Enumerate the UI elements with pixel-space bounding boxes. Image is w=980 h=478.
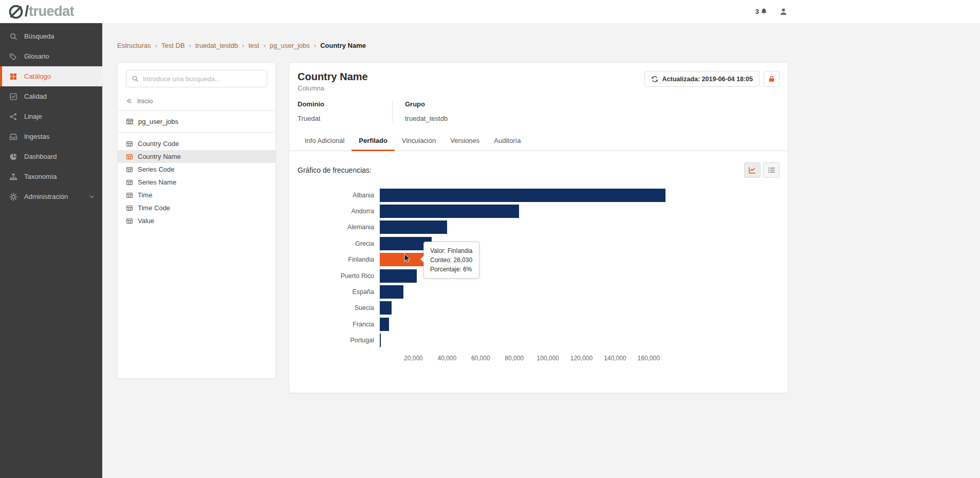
sidebar-item-administracion[interactable]: Administración [0,187,102,207]
sidebar-item-taxonomia[interactable]: Taxonomía [0,167,102,187]
sidebar-item-busqueda[interactable]: Búsqueda [0,26,102,46]
table-icon [126,192,133,199]
structure-item-country-code[interactable]: Country Code [118,137,275,150]
tab-auditoria[interactable]: Auditoría [487,132,528,151]
breadcrumb-link-pg-user-jobs[interactable]: pg_user_jobs [270,42,310,49]
chart-row-grecia: Grecia [298,235,780,251]
back-to-home-link[interactable]: Inicio [118,91,275,111]
sidebar-item-catalogo[interactable]: Catálogo [0,66,102,86]
chart-bar-suecia[interactable] [380,301,392,315]
field-dominio: DominioTruedat [298,100,392,122]
field-value: Truedat [298,115,380,122]
mouse-cursor-icon [402,253,412,263]
gear-icon [9,193,17,201]
structure-item-series-code[interactable]: Series Code [118,163,275,176]
chart-bar-alemania[interactable] [380,220,447,234]
chart-bar-portugal[interactable] [380,334,381,347]
breadcrumb-link-truedat-testdb[interactable]: truedat_testdb [195,42,238,49]
breadcrumb-link-test[interactable]: test [248,42,259,49]
structure-item-value[interactable]: Value [118,214,275,227]
sidebar-item-label: Calidad [24,93,47,100]
chart-category-label: Puerto Rico [298,272,380,280]
truedat-logo[interactable]: / truedat [8,4,74,20]
check-icon [9,93,17,101]
sidebar-item-glosario[interactable]: Glosario [0,46,102,66]
notifications-button[interactable]: 3 [755,8,768,15]
structure-item-country-name[interactable]: Country Name [118,150,275,163]
logo-text: truedat [29,5,74,19]
view-toggle-group [744,162,780,178]
sidebar-item-dashboard[interactable]: Dashboard [0,146,102,167]
logo-slash: / [25,4,29,19]
tab-versiones[interactable]: Versiones [443,132,487,151]
tooltip-value-line: Valor: Finlandia [430,246,473,255]
sidebar-item-label: Administración [24,193,68,200]
structure-parent-table[interactable]: pg_user_jobs [118,111,275,132]
chart-track [380,318,665,331]
page-subtitle: Columna [298,84,368,92]
chart-row-andorra: Andorra [298,203,780,219]
chart-row-espana: España [298,284,780,300]
chart-rows: AlbaniaAndorraAlemaniaGreciaFinlandiaPue… [298,187,780,348]
structure-item-series-name[interactable]: Series Name [118,176,275,189]
bell-icon [760,8,768,15]
x-tick-label: 20,000 [404,355,423,362]
structure-item-time-code[interactable]: Time Code [118,201,275,214]
chart-track [380,205,665,218]
field-label: Grupo [405,100,474,108]
tab-info-adicional[interactable]: Info Adicional [298,132,352,151]
breadcrumb-link-test-db[interactable]: Test DB [161,42,185,49]
breadcrumb-separator: › [155,42,157,49]
chart-header: Gráfico de frecuencias: [289,151,788,178]
sidebar-item-label: Catálogo [24,72,51,80]
lock-icon [768,75,775,83]
structure-search-input[interactable] [143,75,262,83]
chart-view-button[interactable] [744,162,761,178]
sidebar-item-calidad[interactable]: Calidad [0,86,102,106]
column-list: Country CodeCountry NameSeries CodeSerie… [118,133,275,232]
page-title: Country Name [298,71,368,83]
structure-item-label: Time [138,191,152,199]
x-tick-label: 40,000 [437,355,456,362]
field-grupo: Grupotruedat_testdb [392,100,487,122]
chart-track [380,220,665,234]
chart-category-label: Albania [298,192,380,199]
chart-bar-espana[interactable] [380,285,403,299]
structure-item-time[interactable]: Time [118,189,275,201]
sidebar-item-label: Linaje [24,113,42,120]
sidebar-item-label: Dashboard [24,153,57,160]
refresh-updated-button[interactable]: Actualizada: 2019-06-04 18:05 [644,71,760,87]
sidebar-item-ingestas[interactable]: Ingestas [0,126,102,146]
chart-bar-andorra[interactable] [380,205,519,218]
x-tick-label: 120,000 [570,355,593,362]
sidebar-item-label: Ingestas [24,133,49,140]
lock-button[interactable] [764,71,780,87]
user-menu-icon[interactable] [779,7,788,16]
chart-row-alemania: Alemania [298,219,780,235]
structure-item-label: Series Name [138,178,176,186]
detail-tabs: Info AdicionalPerfiladoVinculaciónVersio… [289,132,788,151]
tooltip-percentage-line: Porcentaje: 6% [430,265,473,274]
list-view-button[interactable] [763,162,780,178]
sidebar: BúsquedaGlosarioCatálogoCalidadLinajeIng… [0,23,102,478]
breadcrumb-separator: › [189,42,191,49]
breadcrumb: Estructuras›Test DB›truedat_testdb›test›… [117,42,366,49]
x-tick-label: 140,000 [604,355,626,362]
chart-bar-albania[interactable] [380,189,665,202]
table-icon [126,166,133,173]
chart-category-label: Andorra [298,208,380,215]
chart-category-label: España [298,288,380,296]
breadcrumb-link-estructuras[interactable]: Estructuras [117,42,151,49]
chart-category-label: Grecia [298,240,380,247]
table-icon [126,179,133,186]
structure-item-label: Time Code [138,204,170,212]
sidebar-item-linaje[interactable]: Linaje [0,106,102,126]
line-chart-icon [748,166,756,174]
tab-vinculacion[interactable]: Vinculación [395,132,443,151]
app-header: / truedat 3 [0,0,980,23]
detail-header: Country Name Columna Actualizada: 2019-0… [289,63,788,92]
chart-row-portugal: Portugal [298,333,780,348]
chart-bar-francia[interactable] [380,318,389,331]
chart-bar-puerto-rico[interactable] [380,269,417,283]
tab-perfilado[interactable]: Perfilado [352,132,395,151]
